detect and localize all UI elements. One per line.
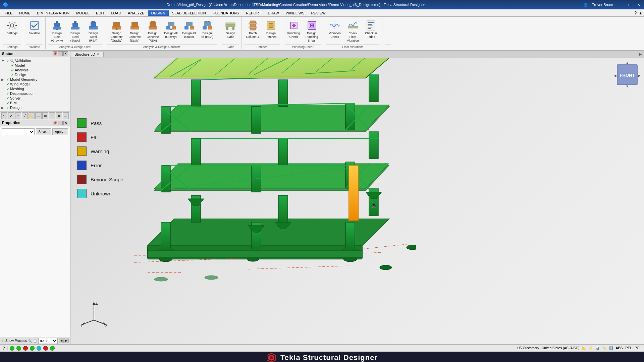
tree-item-design[interactable]: ✔ Design — [1, 72, 69, 77]
design-concrete-static-btn[interactable]: Design Concrete(Static) — [126, 19, 144, 44]
menu-edit[interactable]: EDIT — [93, 10, 108, 16]
tree-item-design2[interactable]: ▶ ✔ Design — [1, 105, 69, 110]
tb-point-btn[interactable]: • — [15, 112, 21, 119]
settings-btn[interactable]: Settings — [3, 19, 21, 40]
design-steel-static-btn[interactable]: Design Steel(Static) — [66, 19, 84, 44]
status-close-btn[interactable]: ✕ — [63, 51, 68, 56]
menu-draw[interactable]: DRAW — [265, 10, 282, 16]
proc-prev-btn[interactable]: ◀ — [59, 339, 64, 343]
properties-pin-btn[interactable]: 📌 — [53, 121, 57, 125]
user-icon: 👤 — [583, 3, 588, 7]
design-steel-gravity-btn[interactable]: Design Steel(Gravity) — [48, 19, 66, 44]
main-area: Status 📌 ─ ✕ ▼ ✔ 🔍 Validation ✔ — [0, 51, 644, 344]
tree-item-model-geometry[interactable]: ▶ ✔ Model Geometry — [1, 77, 69, 82]
tb-right3-btn[interactable]: ⊠ — [56, 112, 62, 119]
status-dot-green3 — [30, 346, 35, 351]
tb-right1-btn[interactable]: ⊞ — [42, 112, 48, 119]
properties-save-btn[interactable]: Save... — [36, 128, 51, 135]
check-floor-vibration-btn[interactable]: Check FloorVibration — [344, 19, 362, 44]
tree-check-decomp: ✔ — [6, 92, 9, 96]
ribbon-help-btn[interactable]: ? — [634, 11, 637, 15]
validate-btn[interactable]: Validate — [26, 19, 43, 40]
tb-select-btn[interactable]: ↖ — [1, 112, 7, 119]
design-steel-rsa-btn[interactable]: DesignSteel (RSA) — [85, 19, 102, 44]
minimize-btn[interactable]: ─ — [617, 2, 623, 7]
tree-expand-validation[interactable]: ▼ — [1, 59, 5, 63]
svg-rect-19 — [184, 26, 189, 29]
design-concrete-gravity-btn[interactable]: Design Concrete(Gravity) — [108, 19, 125, 44]
tree-item-wind-model[interactable]: ✔ Wind Model — [1, 82, 69, 86]
viewport-scroll-right[interactable]: ▶ — [637, 52, 644, 57]
tree-label-solver: Solver — [10, 96, 20, 100]
svg-rect-42 — [368, 24, 372, 25]
menu-report[interactable]: REPORT — [243, 10, 265, 16]
pol-label[interactable]: POL — [635, 346, 641, 350]
tb-right2-btn[interactable]: ⊟ — [49, 112, 55, 119]
properties-type-select[interactable] — [2, 128, 35, 135]
tree-item-bim[interactable]: ✔ BIM — [1, 101, 69, 105]
properties-close-btn[interactable]: ✕ — [63, 121, 68, 125]
tree-item-solver[interactable]: ✔ Solver — [1, 96, 69, 101]
status-pin-btn[interactable]: 📌 — [53, 51, 57, 56]
view-cube[interactable]: FRONT ▲ ▼ ◀ ▶ — [614, 61, 637, 85]
menu-design[interactable]: DESIGN — [148, 10, 169, 16]
menu-load[interactable]: LOAD — [108, 10, 124, 16]
design-patches-btn[interactable]: DesignPatches — [262, 19, 280, 40]
properties-apply-btn[interactable]: Apply... — [52, 128, 68, 135]
punching-check-icon — [288, 20, 299, 31]
tree-item-analysis[interactable]: ✔ Analysis — [1, 68, 69, 72]
tb-line-btn[interactable]: ╱ — [22, 112, 28, 119]
status-minimize-btn[interactable]: ─ — [58, 51, 63, 56]
design-all-gravity-btn[interactable]: Design All(Gravity) — [162, 19, 180, 40]
ribbon-collapse-btn[interactable]: ▲ — [639, 11, 643, 15]
tb-more-btn[interactable]: … — [35, 112, 41, 119]
settings-label: Settings — [7, 32, 18, 35]
tree-item-validation[interactable]: ▼ ✔ 🔍 Validation — [1, 58, 69, 63]
tree-item-meshing[interactable]: ✔ Meshing — [1, 86, 69, 91]
design-all-static-btn[interactable]: Design All(Static) — [180, 19, 198, 40]
tree-expand-model-geometry[interactable]: ▶ — [1, 78, 5, 81]
proc-next-btn[interactable]: ▶ — [64, 339, 69, 343]
menu-slab-deflection[interactable]: SLAB DEFLECTION — [169, 10, 209, 16]
design-concrete-rsa-btn[interactable]: DesignConcrete (RSA) — [144, 19, 162, 44]
tb-cursor-btn[interactable]: ↗ — [8, 112, 14, 119]
tree-item-model[interactable]: ✔ Model — [1, 63, 69, 68]
check-in-tedds-btn[interactable]: Check InTedds — [362, 19, 380, 40]
legend-beyond-scope: Beyond Scope — [77, 175, 123, 184]
viewport-tab-close[interactable]: ✕ — [97, 53, 99, 56]
svg-point-38 — [311, 25, 313, 26]
design-slabs-btn[interactable]: DesignSlabs — [222, 19, 239, 40]
menu-bim[interactable]: BIM INTEGRATION — [34, 10, 73, 16]
patch-column-btn[interactable]: Patch Column ▼ — [244, 19, 262, 40]
menu-windows[interactable]: WINDOWS — [282, 10, 308, 16]
design-all-rsa-btn[interactable]: DesignAll (RSA) — [199, 19, 216, 40]
close-btn[interactable]: ✕ — [636, 2, 641, 7]
menu-home[interactable]: HOME — [16, 10, 34, 16]
help-icon[interactable]: ? — [3, 346, 5, 351]
design-punching-shear-btn[interactable]: DesignPunching Shear — [303, 19, 321, 44]
menu-file[interactable]: FILE — [1, 10, 16, 16]
menu-review[interactable]: REVIEW — [308, 10, 329, 16]
tree-label-model: Model — [15, 63, 25, 67]
menu-foundations[interactable]: FOUNDATIONS — [209, 10, 243, 16]
svg-line-118 — [248, 266, 349, 269]
maximize-btn[interactable]: □ — [627, 2, 632, 7]
viewport-tab-structure3d[interactable]: Structure 3D ✕ — [70, 52, 104, 57]
rel-label[interactable]: REL — [626, 346, 632, 350]
check-in-tedds-icon — [366, 20, 376, 31]
vibration-check-btn[interactable]: VibrationCheck — [326, 19, 343, 40]
process-select[interactable]: none — [38, 338, 58, 344]
tree-item-decomposition[interactable]: ✔ Decomposition — [1, 91, 69, 96]
properties-minimize-btn[interactable]: ─ — [58, 121, 63, 125]
menu-analyze[interactable]: ANALYZE — [124, 10, 148, 16]
punching-check-btn[interactable]: PunchingCheck — [285, 19, 303, 40]
viewport-3d[interactable]: Pass Fail Warning Error Beyond Scope — [70, 58, 644, 344]
tb-more2-btn[interactable]: … — [63, 112, 69, 119]
tb-measure-btn[interactable]: 📐 — [29, 112, 35, 119]
tree-label-design: Design — [15, 73, 26, 77]
all-static-icon — [184, 20, 195, 31]
tree-check-model: ✔ — [11, 64, 14, 67]
abs-label[interactable]: ABS — [615, 346, 623, 350]
menu-model[interactable]: MODEL — [73, 10, 93, 16]
tree-expand-design2[interactable]: ▶ — [1, 106, 5, 110]
